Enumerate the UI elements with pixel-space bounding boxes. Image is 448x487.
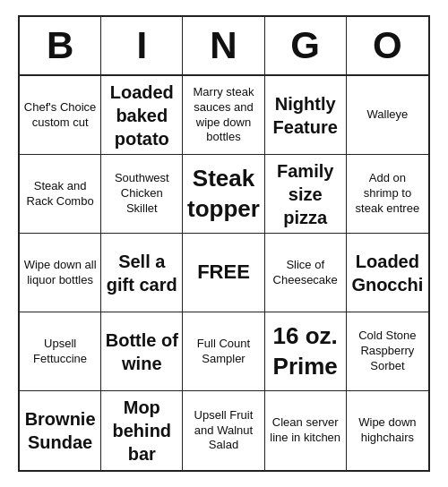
bingo-cell-8[interactable]: Family size pizza <box>265 155 347 234</box>
bingo-cell-21[interactable]: Mop behind bar <box>101 391 183 470</box>
bingo-cell-9[interactable]: Add on shrimp to steak entree <box>347 155 428 234</box>
bingo-letter-g: G <box>265 17 347 74</box>
bingo-grid: Chef's Choice custom cutLoaded baked pot… <box>20 76 428 470</box>
bingo-header: BINGO <box>20 17 428 76</box>
bingo-cell-6[interactable]: Southwest Chicken Skillet <box>101 155 183 234</box>
bingo-cell-18[interactable]: 16 oz. Prime <box>265 312 347 391</box>
bingo-cell-13[interactable]: Slice of Cheesecake <box>265 234 347 312</box>
bingo-letter-o: O <box>347 17 428 74</box>
bingo-cell-14[interactable]: Loaded Gnocchi <box>347 234 428 312</box>
bingo-cell-11[interactable]: Sell a gift card <box>101 234 183 312</box>
bingo-cell-12[interactable]: FREE <box>183 234 264 312</box>
bingo-card: BINGO Chef's Choice custom cutLoaded bak… <box>18 15 430 472</box>
bingo-cell-22[interactable]: Upsell Fruit and Walnut Salad <box>183 391 264 470</box>
bingo-cell-15[interactable]: Upsell Fettuccine <box>20 312 101 391</box>
bingo-cell-4[interactable]: Walleye <box>347 76 428 155</box>
bingo-cell-2[interactable]: Marry steak sauces and wipe down bottles <box>183 76 264 155</box>
bingo-cell-20[interactable]: Brownie Sundae <box>20 391 101 470</box>
bingo-cell-7[interactable]: Steak topper <box>183 155 264 234</box>
bingo-letter-n: N <box>183 17 264 74</box>
bingo-cell-24[interactable]: Wipe down highchairs <box>347 391 428 470</box>
bingo-cell-0[interactable]: Chef's Choice custom cut <box>20 76 101 155</box>
bingo-cell-3[interactable]: Nightly Feature <box>265 76 347 155</box>
bingo-cell-5[interactable]: Steak and Rack Combo <box>20 155 101 234</box>
bingo-letter-i: I <box>101 17 183 74</box>
bingo-letter-b: B <box>20 17 101 74</box>
bingo-cell-1[interactable]: Loaded baked potato <box>101 76 183 155</box>
bingo-cell-23[interactable]: Clean server line in kitchen <box>265 391 347 470</box>
bingo-cell-17[interactable]: Full Count Sampler <box>183 312 264 391</box>
bingo-cell-16[interactable]: Bottle of wine <box>101 312 183 391</box>
bingo-cell-10[interactable]: Wipe down all liquor bottles <box>20 234 101 312</box>
bingo-cell-19[interactable]: Cold Stone Raspberry Sorbet <box>347 312 428 391</box>
